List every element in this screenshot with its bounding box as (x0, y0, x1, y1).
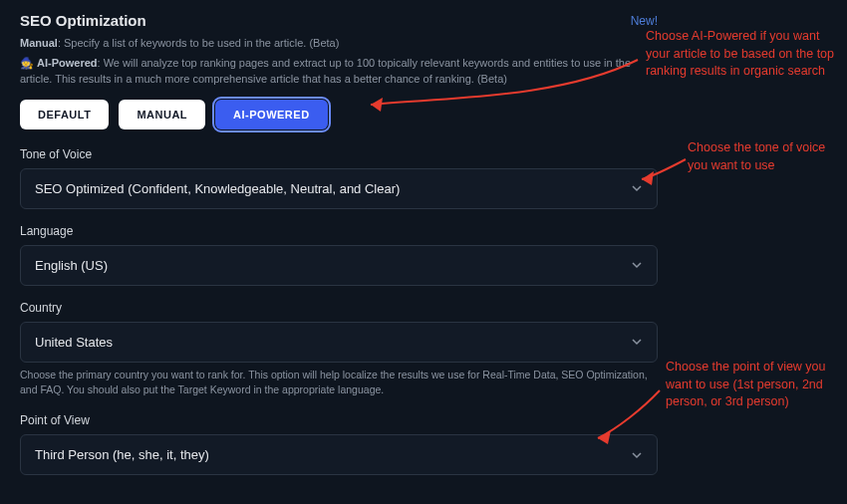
ai-description: 🧙 AI-Powered: We will analyze top rankin… (20, 55, 658, 88)
ai-strong: AI-Powered (37, 57, 98, 69)
ai-powered-button[interactable]: AI-POWERED (215, 100, 328, 129)
country-value: United States (35, 335, 113, 350)
tone-label: Tone of Voice (20, 147, 658, 161)
section-title: SEO Optimization (20, 12, 146, 29)
default-button[interactable]: DEFAULT (20, 100, 109, 129)
tone-select[interactable]: SEO Optimized (Confident, Knowledgeable,… (20, 168, 658, 209)
language-field: Language English (US) (20, 224, 658, 286)
wizard-icon: 🧙 (20, 57, 34, 69)
chevron-down-icon (631, 182, 643, 194)
tone-field: Tone of Voice SEO Optimized (Confident, … (20, 147, 658, 209)
header-row: SEO Optimization New! (20, 12, 658, 29)
country-field: Country United States Choose the primary… (20, 301, 658, 399)
manual-strong: Manual (20, 37, 58, 49)
chevron-down-icon (631, 449, 643, 461)
pov-field: Point of View Third Person (he, she, it,… (20, 413, 658, 475)
pov-label: Point of View (20, 413, 658, 427)
new-badge: New! (631, 14, 658, 28)
annotation-pov: Choose the point of view you want to use… (666, 359, 840, 411)
chevron-down-icon (631, 259, 643, 271)
seo-optimization-panel: SEO Optimization New! Manual: Specify a … (20, 12, 658, 490)
manual-button[interactable]: MANUAL (119, 100, 205, 129)
country-helper: Choose the primary country you want to r… (20, 368, 658, 399)
language-label: Language (20, 224, 658, 238)
manual-description: Manual: Specify a list of keywords to be… (20, 35, 658, 52)
annotation-tone: Choose the tone of voice you want to use (688, 139, 837, 174)
mode-button-row: DEFAULT MANUAL AI-POWERED (20, 100, 658, 129)
pov-value: Third Person (he, she, it, they) (35, 447, 209, 462)
tone-value: SEO Optimized (Confident, Knowledgeable,… (35, 181, 400, 196)
chevron-down-icon (631, 336, 643, 348)
language-select[interactable]: English (US) (20, 245, 658, 286)
language-value: English (US) (35, 258, 108, 273)
pov-select[interactable]: Third Person (he, she, it, they) (20, 434, 658, 475)
annotation-ai: Choose AI-Powered if you want your artic… (646, 28, 840, 81)
manual-text: : Specify a list of keywords to be used … (58, 37, 339, 49)
country-select[interactable]: United States (20, 322, 658, 363)
country-label: Country (20, 301, 658, 315)
ai-text: : We will analyze top ranking pages and … (20, 57, 631, 86)
